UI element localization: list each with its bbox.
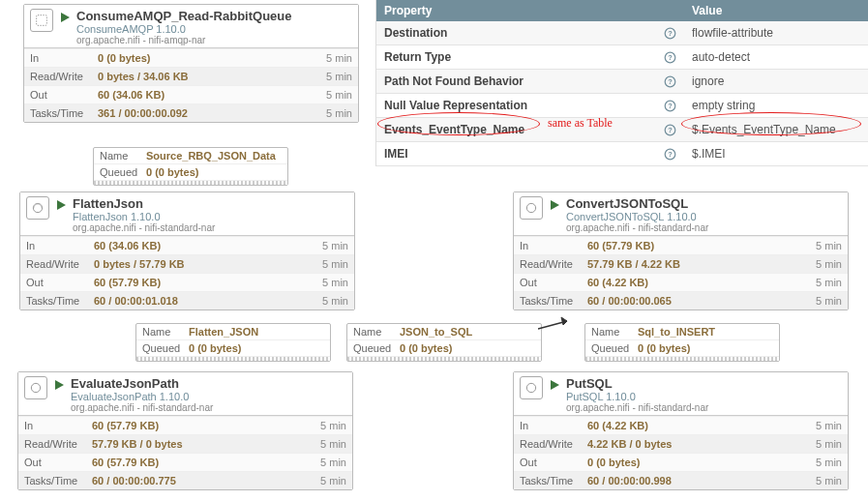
- conn-name-value: Sql_to_INSERT: [638, 326, 773, 338]
- processor-type-icon: [24, 376, 47, 399]
- conn-name-label: Name: [142, 326, 189, 338]
- property-name-text: Path Not Found Behavior: [384, 74, 524, 88]
- stat-rw-label: Read/Write: [520, 438, 587, 450]
- processor-evaluate-jsonpath[interactable]: EvaluateJsonPath EvaluateJsonPath 1.10.0…: [17, 371, 353, 490]
- stat-rw-label: Read/Write: [520, 258, 587, 270]
- stat-rw-label: Read/Write: [30, 71, 98, 82]
- stat-time: 5 min: [310, 240, 348, 251]
- stat-in-value: 60 (34.06 KB): [94, 240, 310, 251]
- svg-marker-13: [61, 13, 70, 22]
- svg-marker-15: [57, 200, 66, 210]
- flow-arrow: [538, 315, 577, 335]
- processor-bundle: org.apache.nifi - nifi-standard-nar: [566, 222, 842, 233]
- conn-queued-value: 0 (0 bytes): [189, 342, 324, 354]
- property-row[interactable]: Destination ? flowfile-attribute: [376, 21, 868, 45]
- conn-queued-label: Queued: [142, 342, 189, 354]
- conn-name-value: JSON_to_SQL: [400, 326, 535, 338]
- svg-text:?: ?: [668, 101, 673, 109]
- svg-marker-21: [551, 200, 559, 210]
- stat-time: 5 min: [803, 457, 842, 468]
- stat-time: 5 min: [310, 277, 348, 288]
- help-icon[interactable]: ?: [663, 74, 676, 88]
- stat-out-label: Out: [520, 457, 587, 468]
- processor-header: ConvertJSONToSQL ConvertJSONToSQL 1.10.0…: [514, 192, 848, 236]
- help-icon[interactable]: ?: [663, 147, 676, 161]
- stat-out-value: 60 (57.79 KB): [92, 457, 308, 468]
- processor-stats: In60 (57.79 KB)5 min Read/Write57.79 KB …: [514, 236, 848, 309]
- stat-rw-value: 4.22 KB / 0 bytes: [587, 438, 803, 450]
- stat-time: 5 min: [308, 420, 346, 431]
- processor-bundle: org.apache.nifi - nifi-standard-nar: [566, 402, 842, 413]
- stat-tt-value: 60 / 00:00:00.998: [587, 475, 803, 486]
- annotation-text: same as Table: [548, 116, 613, 131]
- conn-queued-value: 0 (0 bytes): [146, 166, 282, 178]
- stat-in-value: 60 (57.79 KB): [92, 420, 308, 431]
- property-row[interactable]: Path Not Found Behavior ? ignore: [376, 70, 868, 94]
- conn-name-label: Name: [353, 326, 400, 338]
- property-value[interactable]: auto-detect: [684, 50, 868, 64]
- connection-source-rbq[interactable]: NameSource_RBQ_JSON_Data Queued0 (0 byte…: [93, 147, 288, 186]
- svg-marker-23: [551, 380, 559, 390]
- conn-grip: [585, 357, 779, 361]
- processor-type-icon: [26, 196, 49, 220]
- property-name-text: Return Type: [384, 50, 451, 64]
- stat-in-label: In: [24, 420, 92, 431]
- stat-rw-value: 57.79 KB / 0 bytes: [92, 438, 308, 450]
- processor-header: FlattenJson FlattenJson 1.10.0 org.apach…: [20, 192, 354, 236]
- play-icon: [549, 379, 560, 393]
- processor-name: ConvertJSONToSQL: [566, 196, 842, 211]
- stat-tt-label: Tasks/Time: [520, 295, 587, 307]
- play-icon: [549, 199, 560, 213]
- svg-text:?: ?: [668, 76, 673, 85]
- processor-name: ConsumeAMQP_Read-RabbitQueue: [76, 9, 352, 23]
- stat-out-label: Out: [30, 89, 98, 101]
- conn-queued-label: Queued: [353, 342, 400, 354]
- property-name: Destination ?: [376, 26, 684, 40]
- connection-json-to-sql[interactable]: NameJSON_to_SQL Queued0 (0 bytes): [346, 323, 542, 362]
- processor-name: PutSQL: [566, 376, 842, 391]
- connection-sql-to-insert[interactable]: NameSql_to_INSERT Queued0 (0 bytes): [584, 323, 780, 362]
- stat-out-value: 60 (57.79 KB): [94, 277, 310, 288]
- property-name-text: Destination: [384, 26, 447, 40]
- help-icon[interactable]: ?: [663, 99, 676, 112]
- stat-tt-value: 60 / 00:00:01.018: [94, 295, 310, 307]
- processor-type: EvaluateJsonPath 1.10.0: [71, 391, 346, 402]
- stat-time: 5 min: [803, 438, 842, 450]
- property-name: Return Type ?: [376, 50, 684, 64]
- property-value[interactable]: ignore: [684, 74, 868, 88]
- stat-rw-value: 57.79 KB / 4.22 KB: [587, 258, 803, 270]
- processor-putsql[interactable]: PutSQL PutSQL 1.10.0 org.apache.nifi - n…: [513, 371, 849, 490]
- stat-rw-label: Read/Write: [24, 438, 92, 450]
- stat-time: 5 min: [310, 295, 348, 307]
- stat-time: 5 min: [803, 277, 842, 288]
- stat-in-label: In: [520, 240, 587, 251]
- nifi-canvas[interactable]: Property Value Destination ? flowfile-at…: [0, 0, 868, 501]
- stat-time: 5 min: [308, 438, 346, 450]
- annotation-circle-left: [377, 112, 540, 135]
- processor-flatten-json[interactable]: FlattenJson FlattenJson 1.10.0 org.apach…: [19, 192, 355, 310]
- connection-flatten-json[interactable]: NameFlatten_JSON Queued0 (0 bytes): [135, 323, 331, 362]
- processor-name: EvaluateJsonPath: [71, 376, 346, 391]
- processor-bundle: org.apache.nifi - nifi-standard-nar: [71, 402, 346, 413]
- property-row[interactable]: IMEI ? $.IMEI: [376, 142, 868, 166]
- svg-text:?: ?: [668, 149, 673, 158]
- property-name: IMEI ?: [376, 147, 684, 161]
- stat-time: 5 min: [308, 475, 346, 486]
- svg-rect-12: [37, 15, 47, 26]
- stat-rw-value: 0 bytes / 57.79 KB: [94, 258, 310, 270]
- help-icon[interactable]: ?: [663, 50, 676, 64]
- property-value[interactable]: flowfile-attribute: [684, 26, 868, 40]
- conn-queued-label: Queued: [100, 166, 146, 178]
- stat-out-value: 60 (34.06 KB): [98, 89, 314, 101]
- help-icon[interactable]: ?: [663, 123, 676, 136]
- property-value[interactable]: empty string: [684, 99, 868, 112]
- processor-type-icon: [520, 196, 543, 220]
- properties-header: Property Value: [376, 0, 868, 21]
- processor-consume-amqp[interactable]: ConsumeAMQP_Read-RabbitQueue ConsumeAMQP…: [23, 4, 359, 123]
- property-row[interactable]: Return Type ? auto-detect: [376, 45, 868, 70]
- property-name-text: IMEI: [384, 147, 408, 161]
- help-icon[interactable]: ?: [663, 26, 676, 40]
- processor-convert-json-to-sql[interactable]: ConvertJSONToSQL ConvertJSONToSQL 1.10.0…: [513, 192, 849, 310]
- property-value[interactable]: $.IMEI: [684, 147, 868, 161]
- stat-time: 5 min: [803, 475, 842, 486]
